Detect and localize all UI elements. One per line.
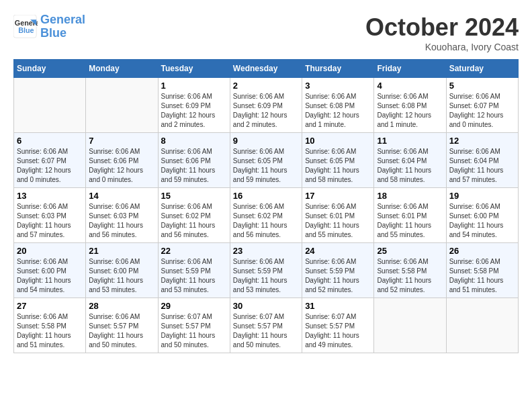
weekday-header-wednesday: Wednesday bbox=[230, 60, 302, 78]
day-number: 15 bbox=[161, 191, 227, 201]
calendar-cell: 30Sunrise: 6:07 AM Sunset: 5:57 PM Dayli… bbox=[230, 298, 302, 353]
calendar-header: SundayMondayTuesdayWednesdayThursdayFrid… bbox=[14, 60, 519, 78]
calendar-cell: 29Sunrise: 6:07 AM Sunset: 5:57 PM Dayli… bbox=[158, 298, 230, 353]
day-number: 30 bbox=[233, 301, 299, 311]
day-info: Sunrise: 6:06 AM Sunset: 5:58 PM Dayligh… bbox=[377, 257, 443, 295]
calendar-cell: 26Sunrise: 6:06 AM Sunset: 5:58 PM Dayli… bbox=[446, 243, 518, 298]
day-number: 13 bbox=[17, 191, 83, 201]
weekday-header-tuesday: Tuesday bbox=[158, 60, 230, 78]
calendar-cell: 9Sunrise: 6:06 AM Sunset: 6:05 PM Daylig… bbox=[230, 133, 302, 188]
weekday-header-friday: Friday bbox=[374, 60, 446, 78]
weekday-header-monday: Monday bbox=[86, 60, 158, 78]
calendar-cell: 1Sunrise: 6:06 AM Sunset: 6:09 PM Daylig… bbox=[158, 78, 230, 133]
day-number: 27 bbox=[17, 301, 83, 311]
day-info: Sunrise: 6:06 AM Sunset: 6:05 PM Dayligh… bbox=[305, 147, 371, 185]
day-number: 17 bbox=[305, 191, 371, 201]
calendar-cell: 11Sunrise: 6:06 AM Sunset: 6:04 PM Dayli… bbox=[374, 133, 446, 188]
day-number: 8 bbox=[161, 136, 227, 146]
calendar-week-2: 6Sunrise: 6:06 AM Sunset: 6:07 PM Daylig… bbox=[14, 133, 519, 188]
calendar-cell: 22Sunrise: 6:06 AM Sunset: 5:59 PM Dayli… bbox=[158, 243, 230, 298]
title-block: October 2024 Kouohara, Ivory Coast bbox=[365, 13, 519, 52]
day-info: Sunrise: 6:06 AM Sunset: 6:04 PM Dayligh… bbox=[377, 147, 443, 185]
day-info: Sunrise: 6:06 AM Sunset: 6:06 PM Dayligh… bbox=[161, 147, 227, 185]
day-info: Sunrise: 6:06 AM Sunset: 5:58 PM Dayligh… bbox=[449, 257, 515, 295]
day-number: 28 bbox=[89, 301, 154, 311]
calendar-cell: 13Sunrise: 6:06 AM Sunset: 6:03 PM Dayli… bbox=[14, 188, 86, 243]
day-info: Sunrise: 6:06 AM Sunset: 5:58 PM Dayligh… bbox=[17, 312, 83, 350]
day-number: 21 bbox=[89, 246, 154, 256]
day-info: Sunrise: 6:06 AM Sunset: 5:59 PM Dayligh… bbox=[305, 257, 371, 295]
calendar-cell: 27Sunrise: 6:06 AM Sunset: 5:58 PM Dayli… bbox=[14, 298, 86, 353]
calendar-cell: 14Sunrise: 6:06 AM Sunset: 6:03 PM Dayli… bbox=[86, 188, 158, 243]
day-number: 23 bbox=[233, 246, 299, 256]
calendar-cell: 10Sunrise: 6:06 AM Sunset: 6:05 PM Dayli… bbox=[302, 133, 374, 188]
calendar-cell: 21Sunrise: 6:06 AM Sunset: 6:00 PM Dayli… bbox=[86, 243, 158, 298]
calendar-cell: 5Sunrise: 6:06 AM Sunset: 6:07 PM Daylig… bbox=[446, 78, 518, 133]
calendar-cell: 20Sunrise: 6:06 AM Sunset: 6:00 PM Dayli… bbox=[14, 243, 86, 298]
calendar-body: 1Sunrise: 6:06 AM Sunset: 6:09 PM Daylig… bbox=[14, 78, 519, 353]
weekday-header-thursday: Thursday bbox=[302, 60, 374, 78]
day-number: 16 bbox=[233, 191, 299, 201]
day-number: 24 bbox=[305, 246, 371, 256]
weekday-header-saturday: Saturday bbox=[446, 60, 518, 78]
calendar-cell: 7Sunrise: 6:06 AM Sunset: 6:06 PM Daylig… bbox=[86, 133, 158, 188]
day-info: Sunrise: 6:06 AM Sunset: 6:00 PM Dayligh… bbox=[17, 257, 83, 295]
day-info: Sunrise: 6:07 AM Sunset: 5:57 PM Dayligh… bbox=[233, 312, 299, 350]
day-info: Sunrise: 6:06 AM Sunset: 5:57 PM Dayligh… bbox=[89, 312, 154, 350]
logo: General Blue GeneralBlue bbox=[13, 13, 85, 40]
calendar-week-1: 1Sunrise: 6:06 AM Sunset: 6:09 PM Daylig… bbox=[14, 78, 519, 133]
calendar-cell: 19Sunrise: 6:06 AM Sunset: 6:00 PM Dayli… bbox=[446, 188, 518, 243]
day-info: Sunrise: 6:06 AM Sunset: 6:03 PM Dayligh… bbox=[17, 202, 83, 240]
calendar-cell: 23Sunrise: 6:06 AM Sunset: 5:59 PM Dayli… bbox=[230, 243, 302, 298]
calendar-cell bbox=[86, 78, 158, 133]
day-number: 25 bbox=[377, 246, 443, 256]
day-number: 4 bbox=[377, 81, 443, 91]
day-number: 10 bbox=[305, 136, 371, 146]
calendar-cell: 15Sunrise: 6:06 AM Sunset: 6:02 PM Dayli… bbox=[158, 188, 230, 243]
logo-text: GeneralBlue bbox=[40, 13, 85, 40]
day-info: Sunrise: 6:06 AM Sunset: 6:00 PM Dayligh… bbox=[89, 257, 154, 295]
day-info: Sunrise: 6:06 AM Sunset: 6:03 PM Dayligh… bbox=[89, 202, 154, 240]
day-info: Sunrise: 6:06 AM Sunset: 6:02 PM Dayligh… bbox=[233, 202, 299, 240]
day-number: 18 bbox=[377, 191, 443, 201]
calendar-table: SundayMondayTuesdayWednesdayThursdayFrid… bbox=[13, 59, 519, 353]
day-number: 7 bbox=[89, 136, 154, 146]
calendar-cell: 31Sunrise: 6:07 AM Sunset: 5:57 PM Dayli… bbox=[302, 298, 374, 353]
day-info: Sunrise: 6:06 AM Sunset: 6:02 PM Dayligh… bbox=[161, 202, 227, 240]
day-number: 11 bbox=[377, 136, 443, 146]
month-title: October 2024 bbox=[365, 13, 519, 42]
day-number: 2 bbox=[233, 81, 299, 91]
day-number: 9 bbox=[233, 136, 299, 146]
day-number: 6 bbox=[17, 136, 83, 146]
day-info: Sunrise: 6:06 AM Sunset: 6:01 PM Dayligh… bbox=[305, 202, 371, 240]
calendar-cell: 3Sunrise: 6:06 AM Sunset: 6:08 PM Daylig… bbox=[302, 78, 374, 133]
calendar-cell: 6Sunrise: 6:06 AM Sunset: 6:07 PM Daylig… bbox=[14, 133, 86, 188]
day-info: Sunrise: 6:06 AM Sunset: 6:07 PM Dayligh… bbox=[449, 92, 515, 130]
day-info: Sunrise: 6:06 AM Sunset: 6:09 PM Dayligh… bbox=[233, 92, 299, 130]
day-number: 22 bbox=[161, 246, 227, 256]
day-info: Sunrise: 6:06 AM Sunset: 6:01 PM Dayligh… bbox=[377, 202, 443, 240]
calendar-cell: 4Sunrise: 6:06 AM Sunset: 6:08 PM Daylig… bbox=[374, 78, 446, 133]
day-number: 20 bbox=[17, 246, 83, 256]
day-number: 1 bbox=[161, 81, 227, 91]
day-number: 26 bbox=[449, 246, 515, 256]
calendar-cell bbox=[374, 298, 446, 353]
calendar-week-3: 13Sunrise: 6:06 AM Sunset: 6:03 PM Dayli… bbox=[14, 188, 519, 243]
location-subtitle: Kouohara, Ivory Coast bbox=[365, 42, 519, 52]
day-info: Sunrise: 6:06 AM Sunset: 5:59 PM Dayligh… bbox=[161, 257, 227, 295]
svg-text:Blue: Blue bbox=[18, 26, 34, 34]
calendar-week-5: 27Sunrise: 6:06 AM Sunset: 5:58 PM Dayli… bbox=[14, 298, 519, 353]
day-number: 29 bbox=[161, 301, 227, 311]
calendar-cell: 2Sunrise: 6:06 AM Sunset: 6:09 PM Daylig… bbox=[230, 78, 302, 133]
weekday-row: SundayMondayTuesdayWednesdayThursdayFrid… bbox=[14, 60, 519, 78]
day-number: 14 bbox=[89, 191, 154, 201]
day-number: 19 bbox=[449, 191, 515, 201]
day-number: 31 bbox=[305, 301, 371, 311]
calendar-cell: 8Sunrise: 6:06 AM Sunset: 6:06 PM Daylig… bbox=[158, 133, 230, 188]
calendar-cell: 28Sunrise: 6:06 AM Sunset: 5:57 PM Dayli… bbox=[86, 298, 158, 353]
day-info: Sunrise: 6:06 AM Sunset: 6:04 PM Dayligh… bbox=[449, 147, 515, 185]
calendar-cell bbox=[14, 78, 86, 133]
day-info: Sunrise: 6:06 AM Sunset: 6:00 PM Dayligh… bbox=[449, 202, 515, 240]
calendar-cell bbox=[446, 298, 518, 353]
calendar-cell: 24Sunrise: 6:06 AM Sunset: 5:59 PM Dayli… bbox=[302, 243, 374, 298]
